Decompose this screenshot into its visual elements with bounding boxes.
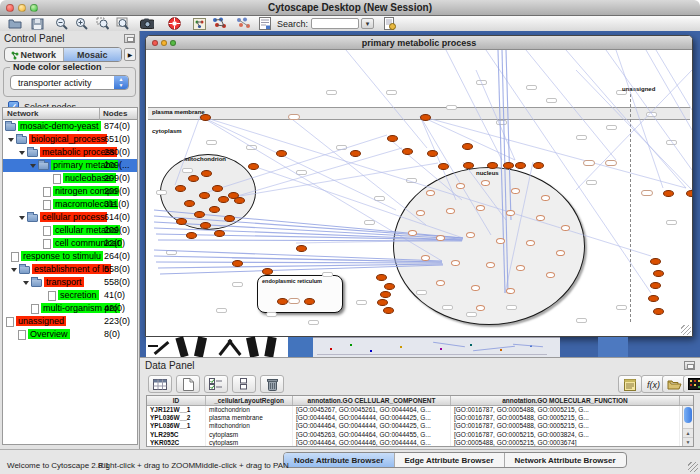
graph-node[interactable]: [387, 135, 398, 142]
graph-node[interactable]: [653, 270, 664, 277]
expand-arrow-icon[interactable]: [23, 281, 29, 285]
tree-row[interactable]: mosaic-demo-yeast874(0): [3, 120, 137, 133]
tree-item-label[interactable]: unassigned: [16, 316, 66, 326]
graph-node[interactable]: [224, 215, 235, 222]
nucleus-node[interactable]: [506, 210, 515, 216]
graph-node-small[interactable]: [583, 160, 595, 166]
nucleus-node[interactable]: [496, 238, 505, 244]
open-session-icon[interactable]: [8, 17, 22, 30]
nucleus-node[interactable]: [408, 230, 417, 236]
search-dropdown-arrow[interactable]: ▾: [361, 18, 374, 29]
tree-item-label[interactable]: mosaic-demo-yeast: [18, 121, 101, 131]
show-graphics-details-icon[interactable]: [212, 17, 226, 30]
graph-node[interactable]: [533, 162, 544, 169]
graph-node[interactable]: [262, 268, 273, 275]
unselect-attributes-icon[interactable]: [232, 375, 256, 393]
tree-item-label[interactable]: Overview: [28, 329, 70, 339]
zoom-in-icon[interactable]: [74, 17, 88, 30]
tree-item-label[interactable]: establishment of lo: [32, 264, 111, 274]
zoom-fit-icon[interactable]: [115, 17, 129, 30]
graph-node[interactable]: [201, 170, 212, 177]
nucleus-node[interactable]: [506, 288, 515, 294]
nucleus-node[interactable]: [471, 285, 480, 291]
tree-row[interactable]: multi-organism pro42(0): [3, 302, 137, 315]
scrollbar-thumb[interactable]: [684, 407, 692, 423]
graph-node[interactable]: [663, 190, 674, 197]
tree-row[interactable]: biological_process651(0): [3, 133, 137, 146]
graph-node[interactable]: [212, 185, 223, 192]
graph-node[interactable]: [427, 150, 438, 157]
column-header[interactable]: ID: [147, 396, 206, 405]
nucleus-node[interactable]: [476, 305, 485, 311]
graph-node[interactable]: [176, 218, 187, 225]
graph-node[interactable]: [462, 143, 473, 150]
matrix-view-icon[interactable]: [683, 375, 700, 393]
graph-node[interactable]: [376, 274, 387, 281]
network-canvas[interactable]: plasma membrane cytoplasm mitochondrion …: [146, 50, 692, 336]
tree-item-label[interactable]: secretion: [58, 290, 99, 300]
window-resize-grip[interactable]: [681, 325, 691, 335]
expand-arrow-icon[interactable]: [30, 164, 36, 168]
nucleus-node[interactable]: [546, 272, 555, 278]
network-window-titlebar[interactable]: primary metabolic process: [146, 36, 692, 50]
nucleus-node[interactable]: [511, 188, 520, 194]
nucleus-node[interactable]: [421, 255, 430, 261]
tree-row[interactable]: cell communicat22(0): [3, 237, 137, 250]
tree-row[interactable]: response to stimulu264(0): [3, 250, 137, 263]
tree-row[interactable]: macromolecule311(0): [3, 198, 137, 211]
hide-graphics-details-icon[interactable]: [236, 17, 250, 30]
tree-row[interactable]: cellular process614(0): [3, 211, 137, 224]
graph-node[interactable]: [515, 162, 526, 169]
tree-row[interactable]: secretion41(0): [3, 289, 137, 302]
graph-node[interactable]: [214, 230, 225, 237]
nucleus-node[interactable]: [446, 208, 455, 214]
nucleus-node[interactable]: [536, 215, 545, 221]
graph-node[interactable]: [304, 298, 315, 305]
graph-node-small[interactable]: [605, 160, 617, 166]
graph-node[interactable]: [234, 197, 245, 204]
graph-node[interactable]: [650, 282, 661, 289]
column-header[interactable]: annotation.GO MOLECULAR_FUNCTION: [451, 396, 680, 405]
nucleus-node[interactable]: [486, 262, 495, 268]
nucleus-node[interactable]: [436, 235, 445, 241]
graph-node[interactable]: [648, 295, 659, 302]
node-color-dropdown[interactable]: transporter activity ▲▼: [10, 75, 129, 90]
annotation-form-icon[interactable]: [258, 17, 272, 30]
select-attributes-icon[interactable]: [148, 375, 172, 393]
graph-node[interactable]: [686, 190, 692, 197]
tab-network-attribute-browser[interactable]: Network Attribute Browser: [505, 453, 626, 467]
nucleus-node[interactable]: [481, 180, 490, 186]
tabs-overflow-arrow[interactable]: ▶: [124, 48, 136, 61]
graph-node[interactable]: [463, 162, 474, 169]
graph-node[interactable]: [402, 148, 413, 155]
tree-row[interactable]: cellular metabol209(0): [3, 224, 137, 237]
tree-row[interactable]: unassigned223(0): [3, 315, 137, 328]
graph-node[interactable]: [200, 114, 211, 121]
graph-node-small[interactable]: [288, 298, 300, 304]
graph-node[interactable]: [184, 200, 195, 207]
tab-edge-attribute-browser[interactable]: Edge Attribute Browser: [395, 453, 505, 467]
tab-mosaic[interactable]: Mosaic: [64, 48, 122, 61]
save-session-icon[interactable]: [30, 17, 44, 30]
table-row[interactable]: YKR052Ccytoplasm[GO:0044464, GO:0044446,…: [147, 439, 693, 447]
graph-node[interactable]: [199, 192, 210, 199]
delete-attribute-icon[interactable]: [260, 375, 284, 393]
tree-row[interactable]: nucleobase-209(0): [3, 172, 137, 185]
search-input[interactable]: [311, 18, 359, 29]
expand-arrow-icon[interactable]: [19, 216, 25, 220]
tree-row[interactable]: metabolic process280(0): [3, 146, 137, 159]
nucleus-node[interactable]: [436, 280, 445, 286]
graph-node[interactable]: [218, 196, 229, 203]
graph-node[interactable]: [186, 232, 197, 239]
nucleus-node[interactable]: [516, 265, 525, 271]
create-attribute-icon[interactable]: [176, 375, 200, 393]
graph-node[interactable]: [248, 163, 259, 170]
column-header[interactable]: _cellularLayoutRegion: [206, 396, 293, 405]
zoom-out-icon[interactable]: [54, 17, 68, 30]
graph-node[interactable]: [350, 150, 361, 157]
snapshot-camera-icon[interactable]: [140, 17, 154, 30]
nucleus-node[interactable]: [556, 250, 565, 256]
tree-item-label[interactable]: biological_process: [29, 134, 107, 144]
network-overview-icon[interactable]: [192, 17, 206, 30]
zoom-selected-icon[interactable]: [95, 17, 109, 30]
